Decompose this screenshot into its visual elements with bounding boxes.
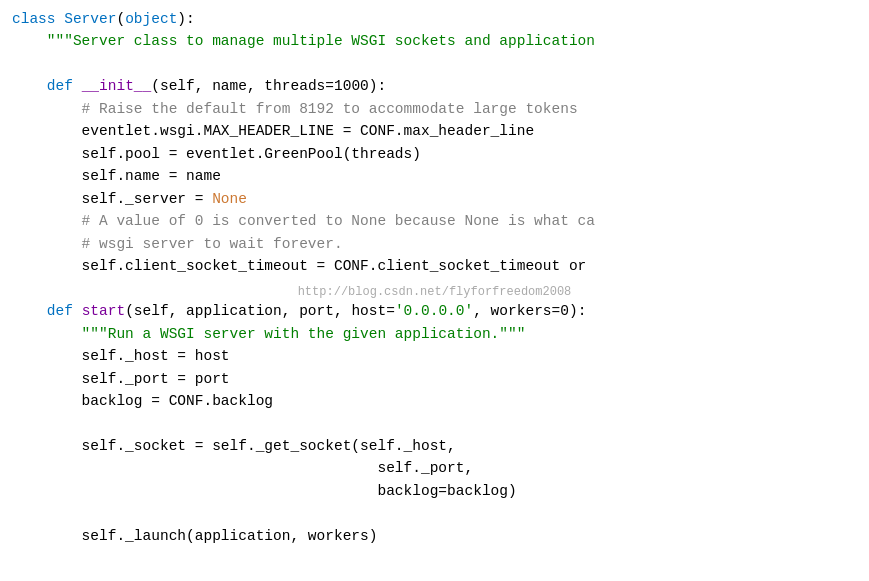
none-value: None	[212, 191, 247, 207]
code-line: # Raise the default from 8192 to accommo…	[0, 98, 869, 120]
class-name: Server	[64, 11, 116, 27]
code-line: """Server class to manage multiple WSGI …	[0, 30, 869, 52]
code-line: def __init__(self, name, threads=1000):	[0, 75, 869, 97]
watermark: http://blog.csdn.net/flyforfreedom2008	[298, 283, 572, 301]
code-text	[12, 78, 47, 94]
code-line: self._port,	[0, 457, 869, 479]
func-name: start	[82, 303, 126, 319]
code-text: backlog=backlog)	[12, 483, 517, 499]
docstring: """Server class to manage multiple WSGI …	[12, 33, 595, 49]
comment: # A value of 0 is converted to None beca…	[12, 213, 595, 229]
comment: # wsgi server to wait forever.	[12, 236, 343, 252]
code-text: self._socket = self._get_socket(self._ho…	[12, 438, 456, 454]
string-val: '0.0.0.0'	[395, 303, 473, 319]
keyword-class: class	[12, 11, 56, 27]
docstring: """Run a WSGI server with the given appl…	[12, 326, 525, 342]
comment: # Raise the default from 8192 to accommo…	[12, 101, 578, 117]
code-text: , workers=0):	[473, 303, 586, 319]
keyword-def: def	[47, 303, 73, 319]
code-text: self.client_socket_timeout = CONF.client…	[12, 258, 586, 274]
code-text	[73, 303, 82, 319]
code-line	[0, 412, 869, 434]
code-line: eventlet.wsgi.MAX_HEADER_LINE = CONF.max…	[0, 120, 869, 142]
code-text: (self, name, threads=1000):	[151, 78, 386, 94]
code-line: self.pool = eventlet.GreenPool(threads)	[0, 143, 869, 165]
code-text: (self, application, port, host=	[125, 303, 395, 319]
code-text: (	[116, 11, 125, 27]
code-line: backlog=backlog)	[0, 480, 869, 502]
code-line: """Run a WSGI server with the given appl…	[0, 323, 869, 345]
code-line: self._port = port	[0, 368, 869, 390]
keyword-def: def	[47, 78, 73, 94]
code-line: self.client_socket_timeout = CONF.client…	[0, 255, 869, 277]
code-line	[0, 53, 869, 75]
code-text	[12, 303, 47, 319]
code-text: eventlet.wsgi.MAX_HEADER_LINE = CONF.max…	[12, 123, 534, 139]
base-class: object	[125, 11, 177, 27]
code-line: self._host = host	[0, 345, 869, 367]
code-line: backlog = CONF.backlog	[0, 390, 869, 412]
code-text: self._host = host	[12, 348, 230, 364]
code-text	[73, 78, 82, 94]
code-line: # A value of 0 is converted to None beca…	[0, 210, 869, 232]
code-container: http://blog.csdn.net/flyforfreedom2008 c…	[0, 0, 869, 581]
code-line: self._launch(application, workers)	[0, 525, 869, 547]
code-line: # wsgi server to wait forever.	[0, 233, 869, 255]
func-name: __init__	[82, 78, 152, 94]
code-line: def start(self, application, port, host=…	[0, 300, 869, 322]
code-line: self._socket = self._get_socket(self._ho…	[0, 435, 869, 457]
code-text: ):	[177, 11, 194, 27]
code-line: self._server = None	[0, 188, 869, 210]
code-text: backlog = CONF.backlog	[12, 393, 273, 409]
code-text: self._port = port	[12, 371, 230, 387]
code-text	[56, 11, 65, 27]
code-text: self.name = name	[12, 168, 221, 184]
code-line	[0, 502, 869, 524]
code-line: self.name = name	[0, 165, 869, 187]
code-text: self.pool = eventlet.GreenPool(threads)	[12, 146, 421, 162]
code-line: class Server(object):	[0, 8, 869, 30]
code-text: self._launch(application, workers)	[12, 528, 377, 544]
code-text: self._server =	[12, 191, 212, 207]
code-text: self._port,	[12, 460, 473, 476]
